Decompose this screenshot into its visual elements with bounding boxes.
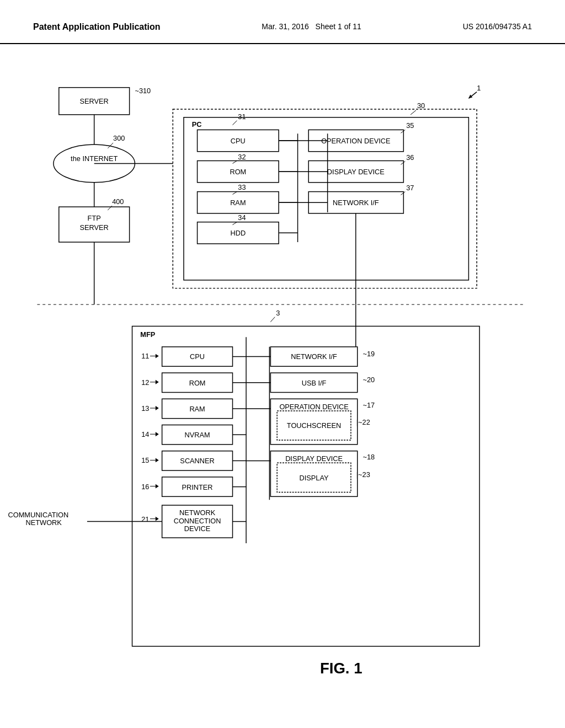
pc-label: PC (192, 120, 202, 129)
fig-label: FIG. 1 (320, 660, 363, 677)
net-conn-label3: DEVICE (184, 524, 211, 533)
ref-19: ~19 (363, 350, 375, 358)
printer-label: PRINTER (182, 483, 213, 491)
ram-top-label: RAM (230, 199, 246, 207)
ftp-label1: FTP (88, 214, 101, 222)
nvram-label: NVRAM (185, 431, 210, 439)
op-device-top-label: OPERATION DEVICE (321, 137, 390, 145)
net-conn-label1: NETWORK (179, 508, 216, 517)
ram-bot-label: RAM (189, 405, 205, 413)
net-conn-label2: CONNECTION (174, 517, 221, 525)
ref-13: 13 (141, 404, 149, 413)
ref-32: 32 (238, 153, 246, 161)
hdd-label: HDD (231, 229, 246, 237)
op-device-bot-outer: OPERATION DEVICE (279, 403, 348, 411)
ref-3: 3 (276, 309, 280, 317)
ref-30: 30 (417, 101, 425, 110)
ref-36: 36 (406, 153, 414, 162)
svg-line-43 (270, 317, 275, 322)
diagram-area: SERVER ~310 1 the INTERNET 300 FTP SERVE… (0, 44, 565, 706)
ref-34: 34 (238, 213, 246, 222)
cpu-top-label: CPU (231, 137, 246, 145)
ref-37: 37 (406, 184, 414, 192)
ftp-label2: SERVER (80, 223, 109, 232)
ref-12: 12 (141, 378, 149, 387)
display-label: DISPLAY (300, 474, 329, 482)
cpu-bot-label: CPU (190, 352, 205, 361)
ref-33: 33 (238, 183, 246, 191)
ref-22: |~22 (356, 418, 370, 426)
rom-bot-label: ROM (189, 379, 206, 387)
ref-16: 16 (141, 483, 149, 491)
ref-17: ~17 (363, 401, 375, 409)
ref-15: 15 (141, 456, 149, 464)
display-device-top-label: DISPLAY DEVICE (327, 168, 385, 176)
internet-label1: the INTERNET (71, 154, 118, 163)
ref-35: 35 (406, 121, 414, 130)
comm-net-label2: NETWORK (26, 518, 62, 527)
comm-net-label1: COMMUNICATION (8, 511, 69, 519)
ref-11: 11 (141, 352, 149, 360)
touchscreen-label: TOUCHSCREEN (287, 421, 341, 430)
display-device-bot-outer: DISPLAY DEVICE (285, 454, 343, 463)
ref-31: 31 (238, 113, 246, 121)
rom-top-label: ROM (230, 168, 246, 176)
ref-21: 21 (141, 515, 149, 523)
scanner-label: SCANNER (180, 457, 214, 465)
ref-20: ~20 (363, 376, 375, 384)
header-patent-number: US 2016/094735 A1 (463, 22, 532, 31)
header-publication-label: Patent Application Publication (33, 22, 161, 32)
network-if-bot-label: NETWORK I/F (291, 352, 337, 361)
server-label: SERVER (80, 97, 109, 105)
ref-300: 300 (113, 134, 125, 142)
ref-400: 400 (112, 197, 124, 206)
mfp-label: MFP (140, 330, 155, 339)
ref-18: ~18 (363, 453, 375, 461)
ref-310: ~310 (135, 87, 151, 95)
usb-if-label: USB I/F (302, 379, 327, 387)
ref-1: 1 (477, 84, 481, 92)
header-date-sheet: Mar. 31, 2016 Sheet 1 of 11 (262, 22, 361, 31)
page-header: Patent Application Publication Mar. 31, … (0, 0, 565, 44)
ref-14: 14 (141, 430, 149, 438)
ref-23: |~23 (356, 470, 370, 479)
network-if-top-label: NETWORK I/F (333, 199, 379, 207)
